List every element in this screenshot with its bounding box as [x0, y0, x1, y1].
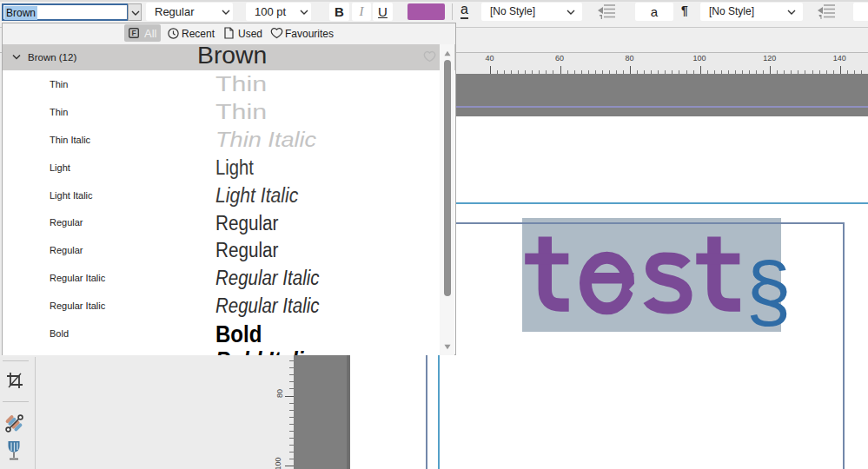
- svg-text:F: F: [131, 29, 136, 37]
- svg-text:§: §: [745, 246, 791, 337]
